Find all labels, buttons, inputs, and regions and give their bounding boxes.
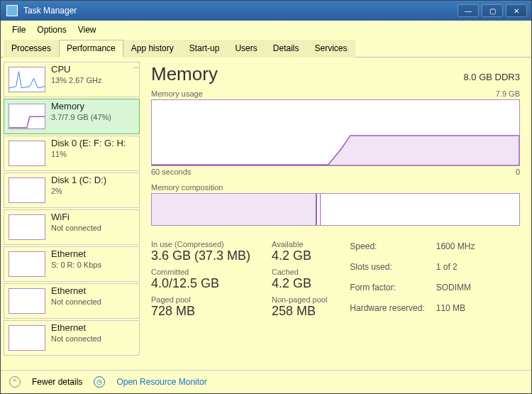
sidebar-item-ethernet-0[interactable]: Ethernet S: 0 R: 0 Kbps	[4, 246, 140, 282]
form-label: Form factor:	[350, 278, 434, 297]
wifi-thumb	[9, 214, 45, 240]
page-title: Memory	[151, 63, 218, 85]
sidebar-eth1-label: Ethernet	[51, 285, 101, 296]
minimize-button[interactable]: —	[458, 4, 479, 17]
tab-startup[interactable]: Start-up	[182, 40, 228, 58]
sidebar-cpu-label: CPU	[51, 64, 102, 75]
usage-label: Memory usage	[151, 89, 203, 98]
sidebar: ︿ CPU 13% 2.67 GHz Memory 3.7/7.9 GB (47…	[1, 58, 143, 370]
sidebar-item-disk1[interactable]: Disk 1 (C: D:) 2%	[4, 173, 140, 208]
sidebar-item-cpu[interactable]: CPU 13% 2.67 GHz	[4, 62, 140, 97]
resmon-icon[interactable]: ◷	[94, 376, 105, 388]
axis-left: 60 seconds	[151, 168, 191, 176]
comp-label: Memory composition	[151, 183, 223, 192]
memory-capacity: 8.0 GB DDR3	[464, 72, 520, 82]
memory-usage-chart	[151, 99, 520, 166]
slots-label: Slots used:	[350, 258, 434, 277]
eth1-thumb	[9, 288, 45, 314]
sidebar-item-memory[interactable]: Memory 3.7/7.9 GB (47%)	[4, 99, 140, 134]
eth0-thumb	[9, 251, 45, 277]
nonpaged-label: Non-paged pool	[272, 295, 327, 304]
hardware-table: Speed:1600 MHz Slots used:1 of 2 Form fa…	[348, 236, 486, 319]
maximize-button[interactable]: ▢	[482, 4, 503, 17]
chevron-up-icon[interactable]: ⌃	[9, 376, 21, 388]
committed-label: Committed	[151, 268, 250, 276]
tab-performance[interactable]: Performance	[59, 40, 123, 58]
disk1-thumb	[9, 177, 45, 203]
scroll-up-icon[interactable]: ︿	[133, 62, 140, 72]
menu-view[interactable]: View	[74, 23, 101, 36]
paged-label: Paged pool	[151, 295, 250, 304]
eth2-thumb	[9, 325, 45, 351]
reserved-label: Hardware reserved:	[350, 298, 434, 317]
sidebar-wifi-stat: Not connected	[51, 224, 101, 232]
sidebar-item-ethernet-1[interactable]: Ethernet Not connected	[4, 283, 140, 319]
reserved-value: 110 MB	[436, 298, 485, 317]
sidebar-disk1-label: Disk 1 (C: D:)	[51, 175, 106, 185]
fewer-details-link[interactable]: Fewer details	[32, 377, 82, 387]
comp-in-use	[152, 194, 317, 225]
sidebar-disk1-stat: 2%	[51, 187, 106, 195]
close-button[interactable]: ✕	[506, 4, 527, 17]
tab-processes[interactable]: Processes	[4, 40, 59, 58]
available-label: Available	[272, 240, 327, 248]
cached-label: Cached	[272, 268, 327, 276]
sidebar-memory-stat: 3.7/7.9 GB (47%)	[51, 113, 111, 121]
menubar: File Options View	[1, 21, 531, 39]
sidebar-eth2-label: Ethernet	[51, 322, 101, 333]
open-resource-monitor-link[interactable]: Open Resource Monitor	[116, 377, 206, 387]
sidebar-eth0-label: Ethernet	[51, 248, 101, 259]
speed-value: 1600 MHz	[436, 237, 485, 256]
tab-details[interactable]: Details	[265, 40, 307, 58]
usage-max: 7.9 GB	[496, 89, 520, 98]
tab-strip: Processes Performance App history Start-…	[1, 39, 531, 58]
sidebar-cpu-stat: 13% 2.67 GHz	[51, 76, 102, 84]
sidebar-item-wifi[interactable]: WiFi Not connected	[4, 209, 140, 245]
sidebar-eth0-stat: S: 0 R: 0 Kbps	[51, 261, 101, 269]
axis-right: 0	[516, 168, 520, 176]
paged-value: 728 MB	[151, 304, 250, 319]
sidebar-eth2-stat: Not connected	[51, 334, 101, 343]
titlebar: Task Manager — ▢ ✕	[1, 1, 531, 21]
memory-composition-chart	[151, 193, 520, 226]
comp-modified	[317, 194, 321, 225]
menu-file[interactable]: File	[8, 23, 30, 36]
available-value: 4.2 GB	[272, 248, 327, 263]
form-value: SODIMM	[436, 278, 485, 297]
main-panel: Memory 8.0 GB DDR3 Memory usage 7.9 GB 6…	[143, 58, 531, 370]
tab-services[interactable]: Services	[306, 40, 355, 58]
cpu-thumb	[9, 67, 45, 92]
memory-thumb	[9, 104, 45, 129]
app-icon	[6, 5, 18, 16]
sidebar-disk0-label: Disk 0 (E: F: G: H:	[51, 138, 126, 148]
slots-value: 1 of 2	[436, 258, 485, 277]
menu-options[interactable]: Options	[33, 23, 70, 36]
sidebar-wifi-label: WiFi	[51, 212, 101, 222]
sidebar-item-disk0[interactable]: Disk 0 (E: F: G: H: 11%	[4, 136, 140, 171]
speed-label: Speed:	[350, 237, 434, 256]
sidebar-item-ethernet-2[interactable]: Ethernet Not connected	[4, 320, 140, 356]
tab-app-history[interactable]: App history	[123, 40, 182, 58]
sidebar-disk0-stat: 11%	[51, 150, 126, 158]
committed-value: 4.0/12.5 GB	[151, 276, 250, 291]
window-title: Task Manager	[23, 6, 458, 16]
sidebar-eth1-stat: Not connected	[51, 297, 101, 306]
disk0-thumb	[9, 141, 45, 166]
cached-value: 4.2 GB	[272, 276, 327, 291]
tab-users[interactable]: Users	[227, 40, 265, 58]
inuse-value: 3.6 GB (37.3 MB)	[151, 248, 250, 263]
footer: ⌃ Fewer details ◷ Open Resource Monitor	[1, 370, 531, 393]
inuse-label: In use (Compressed)	[151, 240, 250, 248]
nonpaged-value: 258 MB	[272, 304, 327, 319]
sidebar-memory-label: Memory	[51, 101, 111, 111]
